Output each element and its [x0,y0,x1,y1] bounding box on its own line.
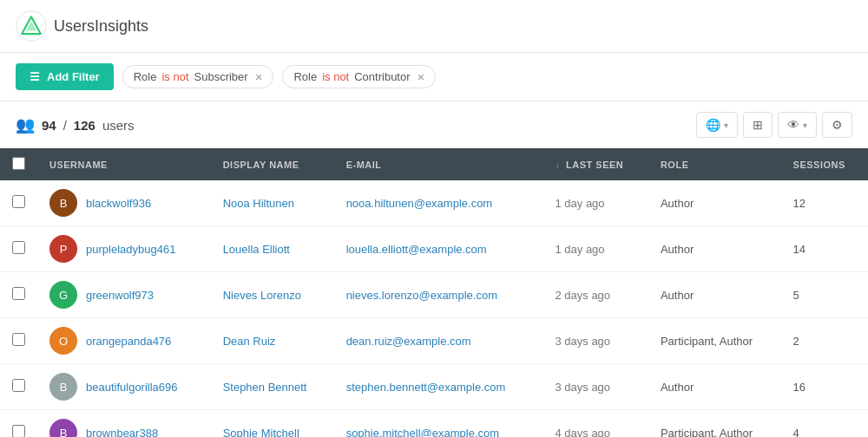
row-checkbox[interactable] [12,333,25,346]
filter-chip-2: Role is not Contributor × [282,65,436,88]
row-role-cell: Participant, Author [648,318,781,364]
row-checkbox-cell [0,364,37,410]
table-row: B brownbear388 Sophie Mitchell sophie.mi… [0,410,868,438]
filter-prefix-2: Role [293,70,317,83]
row-username-cell: B blackwolf936 [37,180,211,226]
logo-icon [16,10,47,42]
table-row: G greenwolf973 Nieves Lorenzo nieves.lor… [0,272,868,318]
logo-text: UsersInsights [54,17,148,36]
username-cell-inner: P purpleladybug461 [49,235,199,263]
filter-close-2[interactable]: × [418,70,425,83]
email-link[interactable]: stephen.bennett@example.com [346,381,506,394]
avatar: P [49,235,77,263]
row-display-name-cell: Nieves Lorenzo [211,272,334,318]
row-sessions-cell: 4 [781,410,868,438]
row-role-cell: Author [648,180,781,226]
count-separator: / [63,118,67,133]
username-link[interactable]: orangepanda476 [86,335,171,348]
username-link[interactable]: blackwolf936 [86,197,151,210]
col-sessions[interactable]: SESSIONS [781,148,868,180]
row-last-seen-cell: 2 days ago [542,272,648,318]
row-display-name-cell: Louella Elliott [211,226,334,272]
row-checkbox-cell [0,272,37,318]
username-link[interactable]: beautifulgorilla696 [86,381,178,394]
email-link[interactable]: nooa.hiltunen@example.com [346,197,493,210]
row-display-name-cell: Nooa Hiltunen [211,180,334,226]
filter-close-1[interactable]: × [255,70,263,83]
row-checkbox-cell [0,226,37,272]
eye-button[interactable]: 👁 ▾ [778,112,817,138]
row-checkbox[interactable] [12,379,25,392]
users-table: USERNAME DISPLAY NAME E-MAIL ↓ LAST SEEN… [0,148,868,437]
row-sessions-cell: 16 [781,364,868,410]
filter-operator-1: is not [161,70,188,83]
columns-button[interactable]: ⊞ [743,112,773,138]
table-row: O orangepanda476 Dean Ruiz dean.ruiz@exa… [0,318,868,364]
eye-icon: 👁 [787,118,799,132]
row-role-cell: Author [648,364,781,410]
col-role[interactable]: ROLE [648,148,781,180]
row-sessions-cell: 5 [781,272,868,318]
select-all-checkbox[interactable] [12,157,25,170]
email-link[interactable]: louella.elliott@example.com [346,243,487,256]
users-label: users [102,118,135,133]
display-name: Stephen Bennett [223,381,307,394]
col-username[interactable]: USERNAME [37,148,211,180]
email-link[interactable]: dean.ruiz@example.com [346,335,471,348]
header-row: USERNAME DISPLAY NAME E-MAIL ↓ LAST SEEN… [0,148,868,180]
table-container: USERNAME DISPLAY NAME E-MAIL ↓ LAST SEEN… [0,148,868,437]
table-row: P purpleladybug461 Louella Elliott louel… [0,226,868,272]
row-sessions-cell: 14 [781,226,868,272]
display-name: Sophie Mitchell [223,427,299,438]
col-display-name[interactable]: DISPLAY NAME [211,148,334,180]
row-last-seen-cell: 1 day ago [542,180,648,226]
col-last-seen[interactable]: ↓ LAST SEEN [542,148,648,180]
toolbar-icons: 🌐 ▾ ⊞ 👁 ▾ ⚙ [696,112,852,138]
username-cell-inner: B beautifulgorilla696 [49,373,199,401]
add-filter-button[interactable]: ☰ Add Filter [16,63,114,90]
row-email-cell: louella.elliott@example.com [334,226,543,272]
username-link[interactable]: greenwolf973 [86,289,154,302]
sort-arrow: ↓ [555,160,560,170]
col-email[interactable]: E-MAIL [334,148,543,180]
row-username-cell: B brownbear388 [37,410,211,438]
globe-button[interactable]: 🌐 ▾ [696,112,738,138]
row-last-seen-cell: 3 days ago [542,364,648,410]
email-link[interactable]: sophie.mitchell@example.com [346,427,500,438]
row-sessions-cell: 12 [781,180,868,226]
filter-value-2: Contributor [354,70,410,83]
total-count: 126 [74,118,95,133]
avatar: O [49,327,77,355]
settings-button[interactable]: ⚙ [822,112,852,138]
row-username-cell: G greenwolf973 [37,272,211,318]
row-last-seen-cell: 3 days ago [542,318,648,364]
filter-icon: ☰ [30,70,40,83]
row-checkbox[interactable] [12,195,25,208]
row-role-cell: Participant, Author [648,410,781,438]
avatar: G [49,281,77,309]
row-checkbox[interactable] [12,241,25,254]
row-username-cell: P purpleladybug461 [37,226,211,272]
filter-operator-2: is not [322,70,349,83]
globe-chevron: ▾ [724,121,728,130]
filter-value-1: Subscriber [194,70,248,83]
display-name: Nooa Hiltunen [223,197,294,210]
row-checkbox-cell [0,180,37,226]
row-last-seen-cell: 1 day ago [542,226,648,272]
username-link[interactable]: purpleladybug461 [86,243,175,256]
email-link[interactable]: nieves.lorenzo@example.com [346,289,497,302]
row-display-name-cell: Sophie Mitchell [211,410,334,438]
globe-icon: 🌐 [706,118,720,132]
row-display-name-cell: Dean Ruiz [211,318,334,364]
table-header: USERNAME DISPLAY NAME E-MAIL ↓ LAST SEEN… [0,148,868,180]
row-checkbox[interactable] [12,425,25,437]
row-email-cell: dean.ruiz@example.com [334,318,543,364]
row-checkbox[interactable] [12,287,25,300]
table-row: B beautifulgorilla696 Stephen Bennett st… [0,364,868,410]
username-link[interactable]: brownbear388 [86,427,158,438]
row-email-cell: nieves.lorenzo@example.com [334,272,543,318]
app-wrapper: UsersInsights ☰ Add Filter Role is not S… [0,0,868,437]
table-row: B blackwolf936 Nooa Hiltunen nooa.hiltun… [0,180,868,226]
filter-prefix-1: Role [134,70,157,83]
toolbar: ☰ Add Filter Role is not Subscriber × Ro… [0,53,868,101]
